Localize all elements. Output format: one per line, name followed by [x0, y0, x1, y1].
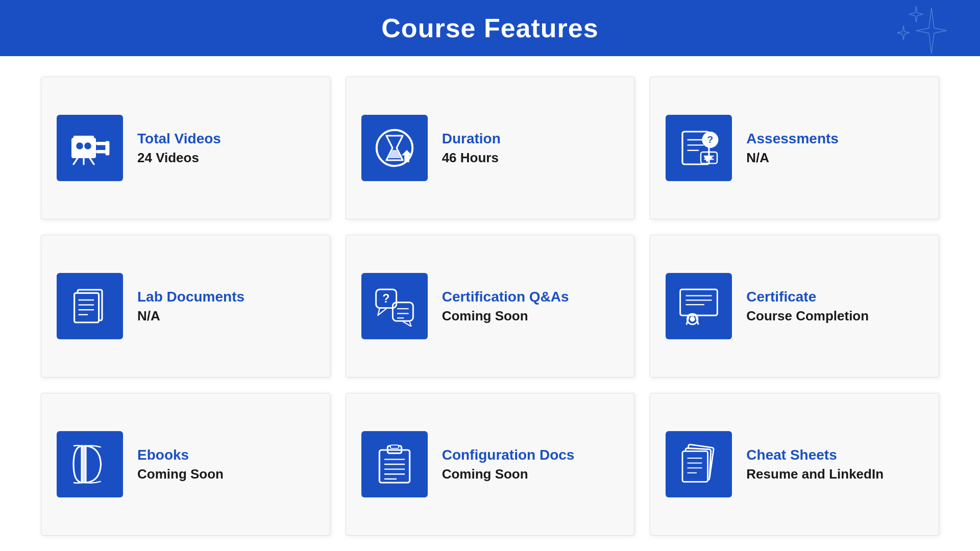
svg-text:?: ?	[382, 292, 389, 305]
certificate-label: Certificate	[746, 289, 869, 305]
certification-qas-label: Certification Q&As	[442, 289, 569, 305]
assessment-icon-box: ?	[666, 115, 732, 181]
assessments-label: Assessments	[746, 131, 839, 147]
card-certificate: Certificate Course Completion	[650, 235, 939, 378]
svg-line-11	[90, 158, 94, 164]
documents-icon-box	[57, 273, 123, 339]
certification-qas-text: Certification Q&As Coming Soon	[442, 289, 569, 324]
card-lab-documents: Lab Documents N/A	[41, 235, 330, 378]
svg-rect-45	[390, 445, 399, 448]
duration-label: Duration	[442, 131, 501, 147]
clipboard-icon-box	[361, 431, 428, 497]
certificate-text: Certificate Course Completion	[746, 289, 869, 324]
total-videos-value: 24 Videos	[137, 150, 221, 166]
configuration-docs-value: Coming Soon	[442, 466, 575, 482]
svg-rect-23	[75, 293, 99, 322]
features-grid: Total Videos 24 Videos Duration 46 Hours	[0, 56, 980, 551]
svg-rect-34	[680, 289, 718, 315]
card-total-videos: Total Videos 24 Videos	[41, 77, 330, 219]
book-icon-box	[57, 431, 123, 497]
svg-text:?: ?	[707, 134, 714, 145]
card-cheat-sheets: Cheat Sheets Resume and LinkedIn	[650, 393, 939, 536]
certificate-icon-box	[666, 273, 732, 339]
assessment-icon: ?	[678, 128, 719, 168]
cheat-sheets-text: Cheat Sheets Resume and LinkedIn	[746, 447, 884, 482]
svg-rect-53	[682, 451, 708, 482]
assessments-text: Assessments N/A	[746, 131, 839, 166]
svg-rect-7	[96, 150, 106, 153]
svg-rect-8	[105, 141, 109, 155]
duration-value: 46 Hours	[442, 150, 501, 166]
card-certification-qas: ? Certification Q&As Coming Soon	[346, 235, 635, 378]
total-videos-text: Total Videos 24 Videos	[137, 131, 221, 166]
assessments-value: N/A	[746, 150, 839, 166]
book-icon	[69, 444, 110, 485]
card-assessments: ? Assessments N/A	[650, 77, 939, 219]
configuration-docs-text: Configuration Docs Coming Soon	[442, 447, 575, 482]
duration-text: Duration 46 Hours	[442, 131, 501, 166]
ebooks-label: Ebooks	[137, 447, 224, 463]
certificate-icon	[678, 286, 719, 327]
hourglass-icon-box	[361, 115, 428, 181]
page-title: Course Features	[381, 13, 598, 43]
clipboard-icon	[374, 444, 415, 485]
svg-rect-6	[96, 142, 106, 145]
certification-qas-value: Coming Soon	[442, 308, 569, 324]
sheets-icon-box	[666, 431, 732, 497]
lab-documents-label: Lab Documents	[137, 289, 244, 305]
card-ebooks: Ebooks Coming Soon	[41, 393, 330, 536]
total-videos-label: Total Videos	[137, 131, 221, 147]
svg-line-9	[74, 158, 78, 164]
page-header: Course Features	[0, 0, 980, 56]
documents-icon	[69, 286, 110, 327]
svg-point-4	[86, 144, 90, 148]
lab-documents-value: N/A	[137, 308, 244, 324]
svg-point-2	[78, 144, 82, 148]
sheets-icon	[678, 444, 719, 485]
svg-rect-43	[379, 450, 409, 483]
qa-icon: ?	[374, 286, 415, 327]
video-camera-icon	[69, 128, 110, 168]
configuration-docs-label: Configuration Docs	[442, 447, 575, 463]
certificate-value: Course Completion	[746, 308, 869, 324]
cheat-sheets-value: Resume and LinkedIn	[746, 466, 884, 482]
card-duration: Duration 46 Hours	[346, 77, 635, 219]
video-camera-icon-box	[57, 115, 123, 181]
hourglass-icon	[374, 128, 415, 168]
card-configuration-docs: Configuration Docs Coming Soon	[346, 393, 635, 536]
svg-point-39	[690, 316, 695, 321]
cheat-sheets-label: Cheat Sheets	[746, 447, 884, 463]
ebooks-text: Ebooks Coming Soon	[137, 447, 224, 482]
svg-rect-5	[74, 136, 94, 139]
star-decoration-icon	[888, 5, 949, 56]
ebooks-value: Coming Soon	[137, 466, 224, 482]
qa-icon-box: ?	[361, 273, 428, 339]
lab-documents-text: Lab Documents N/A	[137, 289, 244, 324]
